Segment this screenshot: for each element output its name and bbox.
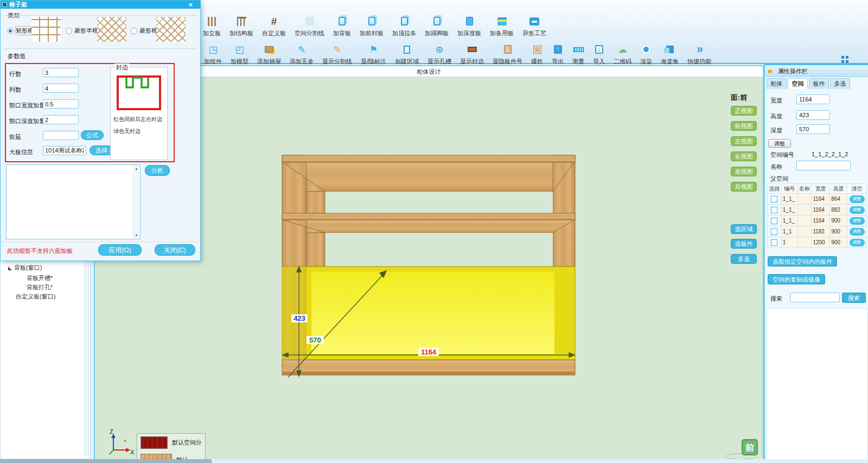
sidebar-item-backboard[interactable]: 背板(窗口)	[8, 264, 42, 272]
row-checkbox[interactable]	[771, 239, 777, 246]
front-ext-field[interactable]	[43, 131, 79, 140]
row-adjust-button[interactable]: 调整	[850, 239, 865, 246]
view-button-front[interactable]: 前视图	[731, 121, 757, 131]
textarea-scrollbar[interactable]: ▲▼	[133, 166, 139, 238]
toolbar-render[interactable]: 渲染	[636, 43, 656, 66]
radio-rect-grid[interactable]: 矩形格	[7, 27, 34, 35]
row-adjust-button[interactable]: 调整	[850, 206, 865, 214]
toolbar-custom-board[interactable]: #自定义板	[258, 15, 290, 37]
toolbar-add-drawer[interactable]: 添加抽屉	[253, 43, 285, 66]
search-input[interactable]	[790, 293, 840, 302]
toolbar-export[interactable]: ↑导出	[547, 43, 568, 66]
depth-field[interactable]	[796, 124, 830, 134]
toolbar-explode[interactable]: 爆炸	[527, 43, 547, 66]
radio-diamond[interactable]: 菱形格	[131, 27, 157, 35]
expander-icon[interactable]	[8, 267, 12, 270]
radio-diamond-half[interactable]: 菱形半格	[66, 27, 98, 35]
front-orientation-badge[interactable]: 前	[742, 439, 758, 455]
cell-name	[797, 226, 812, 237]
toolbar-add-model[interactable]: ◰加模型	[226, 43, 253, 66]
tab-multiselect[interactable]: 多选	[830, 78, 850, 89]
pattern-diamond[interactable]	[156, 17, 186, 42]
view-button-front-ortho[interactable]: 正视图	[731, 106, 757, 116]
pattern-diamond-half[interactable]	[97, 17, 126, 42]
toolbar-add-front-seal[interactable]: 加前封板	[355, 15, 388, 37]
width-field[interactable]	[796, 94, 830, 104]
adjust-button[interactable]: 调整	[768, 139, 791, 148]
rows-field[interactable]	[43, 68, 79, 77]
tab-space[interactable]: 空间	[788, 78, 808, 89]
pattern-rect-grid[interactable]	[31, 17, 61, 42]
formula-button[interactable]: 公式	[81, 130, 104, 140]
row-checkbox[interactable]	[771, 218, 777, 224]
view-button-bottom[interactable]: 底视图	[731, 167, 757, 176]
row-adjust-button[interactable]: 调整	[850, 217, 865, 225]
toolbar-add-depth-board[interactable]: 加深度板	[453, 15, 486, 37]
multi-select-button[interactable]: 多选	[731, 254, 757, 264]
notch-width-field[interactable]	[43, 99, 79, 109]
row-checkbox[interactable]	[771, 207, 777, 213]
analysis-output-area[interactable]: ▲▼	[6, 164, 141, 239]
toolbar-add-hardware[interactable]: ✎添加五金	[285, 43, 318, 66]
row-checkbox[interactable]	[771, 196, 777, 202]
row-checkbox[interactable]	[771, 229, 777, 235]
divider	[5, 15, 197, 16]
height-field[interactable]	[796, 110, 830, 120]
sidebar-item-backboard-slot[interactable]: 背板开槽*	[27, 274, 53, 282]
toolbar-add-vertical-board[interactable]: 加立板	[199, 15, 225, 37]
toolbar-toggle-annotation[interactable]: ⚑显/隐标注	[356, 43, 391, 66]
select-panel-button[interactable]: 选板件	[731, 239, 757, 249]
search-button[interactable]: 搜索	[842, 293, 866, 303]
analyze-button[interactable]: 分析	[145, 165, 170, 176]
toolbar-add-back-board[interactable]: 加背板	[329, 15, 355, 37]
toolbar-create-region[interactable]: 创建区域	[391, 43, 423, 66]
name-field[interactable]	[796, 161, 851, 170]
toolbar-add-top-bar[interactable]: 加顶拉条	[388, 15, 420, 37]
dialog-titlebar[interactable]: 格子架 ×	[1, 1, 200, 9]
cell-name	[797, 237, 812, 248]
copy-mirror-space-button[interactable]: 空间的复制或镜像	[768, 274, 825, 284]
view-button-back[interactable]: 后视图	[731, 182, 757, 192]
close-button[interactable]: 关闭(C)	[155, 244, 195, 256]
toolbar-quick-function[interactable]: »快捷功能	[683, 43, 716, 66]
cols-field[interactable]	[43, 84, 79, 93]
toolbar-add-kick-board[interactable]: 加踢脚板	[420, 15, 453, 37]
close-icon[interactable]: ×	[188, 1, 193, 9]
toolbar-measure[interactable]: 测量	[568, 43, 589, 66]
tab-panel[interactable]: 板件	[809, 78, 829, 89]
sidebar-item-backboard-hole[interactable]: 背板打孔*	[27, 283, 53, 291]
toolbar-space-divider[interactable]: 空间分割线	[290, 15, 329, 37]
toolbar-add-spare-board[interactable]: 加备用板	[486, 15, 518, 37]
toolbar-show-edgeband[interactable]: 显示封边	[456, 43, 488, 66]
toolbar-import[interactable]: ↓导入	[589, 43, 609, 66]
toolbar-toggle-panel-number[interactable]: 1显隐板件号	[488, 43, 527, 66]
row-adjust-button[interactable]: 调整	[850, 228, 865, 236]
row-adjust-button[interactable]: 调整	[850, 195, 865, 203]
axis-indicator: Z × X	[107, 427, 136, 455]
toolbar-special-craft[interactable]: 异形工艺	[518, 15, 551, 37]
board-info-field[interactable]	[43, 146, 86, 155]
table-row: 1_1_ 1164 900 调整	[768, 215, 867, 226]
axis-x-label: X	[130, 449, 135, 455]
sidebar-item-custom-board[interactable]: 自定义板(窗口)	[16, 293, 55, 301]
toolbar-qrcode[interactable]: ☁二维码	[609, 43, 636, 66]
toolbar-corner[interactable]: 海棠角	[656, 43, 683, 66]
toolbar-add-component[interactable]: ◳加组件	[200, 43, 226, 66]
apply-button[interactable]: 应用(O)	[98, 244, 142, 256]
tab-cabinet[interactable]: 柜体	[767, 78, 787, 89]
toolbar-show-holes[interactable]: ⊙显示孔槽	[423, 43, 456, 66]
cabinet-drawing[interactable]: 423 570 1164	[275, 154, 579, 379]
select-region-button[interactable]: 选区域	[731, 224, 757, 234]
dialog-warning-text: 此功能暂不支持六面加板	[7, 247, 73, 255]
notch-depth-label: 豁口深度加量	[9, 117, 45, 125]
toolbar-add-structure-board[interactable]: 加结构板	[225, 15, 258, 37]
notch-depth-field[interactable]	[43, 115, 79, 124]
view-button-left[interactable]: 左视图	[731, 136, 757, 146]
layout-grid-icon[interactable]	[841, 56, 848, 63]
show-hole-icon: ⊙	[433, 43, 445, 55]
viewport-tab-title[interactable]: 柜体设计	[417, 68, 441, 75]
select-panels-in-space-button[interactable]: 选取指定空间内的板件	[768, 256, 837, 267]
toolbar-item-label: 显隐板件号	[493, 58, 522, 66]
view-button-right[interactable]: 右视图	[731, 151, 757, 161]
toolbar-show-divider[interactable]: ✎显示分割线	[318, 43, 356, 66]
